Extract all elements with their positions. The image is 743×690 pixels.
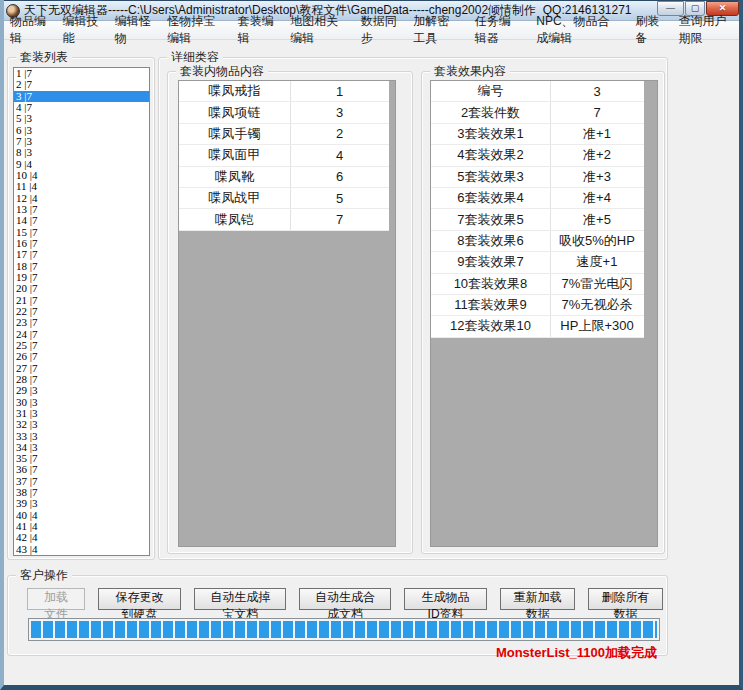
gen-item-id-button[interactable]: 生成物品ID资料: [404, 588, 487, 610]
table-row[interactable]: 喋凤戒指1: [179, 81, 389, 102]
table-cell-name[interactable]: 10套装效果8: [431, 274, 551, 294]
table-cell-value[interactable]: 速度+1: [551, 252, 643, 272]
table-row[interactable]: 2套装件数7: [431, 102, 644, 123]
menu-item[interactable]: 任务编辑器: [467, 11, 529, 49]
table-cell-name[interactable]: 7套装效果5: [431, 209, 551, 229]
list-item[interactable]: 14 |7: [14, 215, 149, 226]
menu-item[interactable]: 物品编辑: [2, 11, 54, 49]
table-cell-name[interactable]: 11套装效果9: [431, 295, 551, 315]
suit-items-grid[interactable]: 喋凤戒指1喋凤项链3喋凤手镯2喋凤面甲4喋凤靴6喋凤战甲5喋凤铠7: [178, 80, 396, 547]
table-row[interactable]: 6套装效果4准+4: [431, 188, 644, 209]
list-item[interactable]: 26 |7: [14, 351, 149, 362]
menu-item[interactable]: 刷装备: [627, 11, 670, 49]
suit-listbox[interactable]: 1 |72 |73 |74 |75 |36 |37 |38 |39 |410 |…: [13, 67, 150, 556]
menu-item[interactable]: 地图相关编辑: [282, 11, 353, 49]
table-cell-name[interactable]: 喋凤铠: [179, 209, 291, 229]
table-cell-value[interactable]: HP上限+300: [551, 316, 643, 336]
table-row[interactable]: 编号3: [431, 81, 644, 102]
table-cell-value[interactable]: 1: [291, 81, 388, 101]
gen-drop-doc-button[interactable]: 自动生成掉宝文档: [194, 588, 286, 610]
table-row[interactable]: 5套装效果3准+3: [431, 167, 644, 188]
table-row[interactable]: 12套装效果10HP上限+300: [431, 316, 644, 337]
menu-item[interactable]: 编辑技能: [54, 11, 106, 49]
list-item[interactable]: 17 |7: [14, 249, 149, 260]
table-cell-value[interactable]: 2: [291, 124, 388, 144]
table-cell-name[interactable]: 喋凤戒指: [179, 81, 291, 101]
table-cell-value[interactable]: 准+4: [551, 188, 643, 208]
table-cell-name[interactable]: 喋凤手镯: [179, 124, 291, 144]
menu-item[interactable]: 编辑怪物: [107, 11, 159, 49]
list-item[interactable]: 11 |4: [14, 181, 149, 192]
table-cell-value[interactable]: 5: [291, 188, 388, 208]
table-cell-name[interactable]: 喋凤靴: [179, 167, 291, 187]
list-item[interactable]: 7 |3: [14, 136, 149, 147]
table-cell-name[interactable]: 8套装效果6: [431, 231, 551, 251]
table-cell-value[interactable]: 吸收5%的HP: [551, 231, 643, 251]
table-cell-name[interactable]: 3套装效果1: [431, 124, 551, 144]
gen-synth-doc-button[interactable]: 自动生成合成文档: [299, 588, 391, 610]
table-cell-name[interactable]: 5套装效果3: [431, 167, 551, 187]
menu-item[interactable]: 怪物掉宝编辑: [159, 11, 230, 49]
table-cell-name[interactable]: 喋凤项链: [179, 102, 291, 122]
suit-effects-grid[interactable]: 编号32套装件数73套装效果1准+14套装效果2准+25套装效果3准+36套装效…: [430, 80, 658, 547]
table-row[interactable]: 喋凤手镯2: [179, 124, 389, 145]
list-item[interactable]: 4 |7: [14, 102, 149, 113]
table-cell-value[interactable]: 准+1: [551, 124, 643, 144]
table-row[interactable]: 喋凤面甲4: [179, 145, 389, 166]
table-cell-name[interactable]: 6套装效果4: [431, 188, 551, 208]
table-cell-value[interactable]: 准+3: [551, 167, 643, 187]
table-row[interactable]: 喋凤项链3: [179, 102, 389, 123]
table-row[interactable]: 11套装效果97%无视必杀: [431, 295, 644, 316]
menu-item[interactable]: 套装编辑: [230, 11, 282, 49]
list-item[interactable]: 6 |3: [14, 125, 149, 136]
list-item[interactable]: 5 |3: [14, 113, 149, 124]
list-item[interactable]: 20 |7: [14, 283, 149, 294]
table-cell-name[interactable]: 12套装效果10: [431, 316, 551, 336]
table-cell-value[interactable]: 7: [551, 102, 643, 122]
table-row[interactable]: 喋凤战甲5: [179, 188, 389, 209]
list-item[interactable]: 29 |3: [14, 385, 149, 396]
menu-item[interactable]: 数据同步: [353, 11, 405, 49]
client-ops-group: 客户操作 加载文件保存更改到硬盘自动生成掉宝文档自动生成合成文档生成物品ID资料…: [7, 575, 668, 656]
suit-list-group: 套装列表 1 |72 |73 |74 |75 |36 |37 |38 |39 |…: [7, 57, 155, 560]
table-cell-name[interactable]: 9套装效果7: [431, 252, 551, 272]
list-item[interactable]: 2 |7: [14, 79, 149, 90]
table-row[interactable]: 8套装效果6吸收5%的HP: [431, 231, 644, 252]
delete-all-button[interactable]: 删除所有数据: [588, 588, 663, 610]
table-cell-value[interactable]: 7%雷光电闪: [551, 274, 643, 294]
table-cell-value[interactable]: 准+5: [551, 209, 643, 229]
suit-effects-group-label: 套装效果内容: [430, 64, 510, 78]
table-row[interactable]: 喋凤铠7: [179, 209, 389, 230]
table-cell-value[interactable]: 3: [291, 102, 388, 122]
list-item[interactable]: 32 |3: [14, 419, 149, 430]
list-item[interactable]: 1 |7: [14, 68, 149, 79]
load-file-button[interactable]: 加载文件: [27, 588, 85, 610]
table-row[interactable]: 4套装效果2准+2: [431, 145, 644, 166]
table-cell-value[interactable]: 3: [551, 81, 643, 101]
list-item[interactable]: 8 |3: [14, 147, 149, 158]
table-cell-name[interactable]: 喋凤面甲: [179, 145, 291, 165]
list-item[interactable]: 23 |7: [14, 317, 149, 328]
list-item[interactable]: 3 |7: [14, 91, 149, 102]
table-row[interactable]: 9套装效果7速度+1: [431, 252, 644, 273]
list-item[interactable]: 43 |4: [14, 544, 149, 555]
table-cell-value[interactable]: 4: [291, 145, 388, 165]
table-cell-name[interactable]: 2套装件数: [431, 102, 551, 122]
reload-data-button[interactable]: 重新加载数据: [500, 588, 575, 610]
table-cell-value[interactable]: 准+2: [551, 145, 643, 165]
table-row[interactable]: 喋凤靴6: [179, 167, 389, 188]
table-cell-name[interactable]: 编号: [431, 81, 551, 101]
menu-item[interactable]: NPC、物品合成编辑: [528, 11, 627, 49]
table-cell-value[interactable]: 7%无视必杀: [551, 295, 643, 315]
table-row[interactable]: 10套装效果87%雷光电闪: [431, 274, 644, 295]
table-cell-name[interactable]: 喋凤战甲: [179, 188, 291, 208]
table-row[interactable]: 7套装效果5准+5: [431, 209, 644, 230]
table-row[interactable]: 3套装效果1准+1: [431, 124, 644, 145]
table-cell-name[interactable]: 4套装效果2: [431, 145, 551, 165]
suit-items-group: 套装内物品内容 喋凤戒指1喋凤项链3喋凤手镯2喋凤面甲4喋凤靴6喋凤战甲5喋凤铠…: [167, 71, 413, 554]
menu-item[interactable]: 加解密工具: [405, 11, 467, 49]
table-cell-value[interactable]: 6: [291, 167, 388, 187]
table-cell-value[interactable]: 7: [291, 209, 388, 229]
menu-item[interactable]: 查询用户期限: [670, 11, 741, 49]
save-to-disk-button[interactable]: 保存更改到硬盘: [98, 588, 181, 610]
